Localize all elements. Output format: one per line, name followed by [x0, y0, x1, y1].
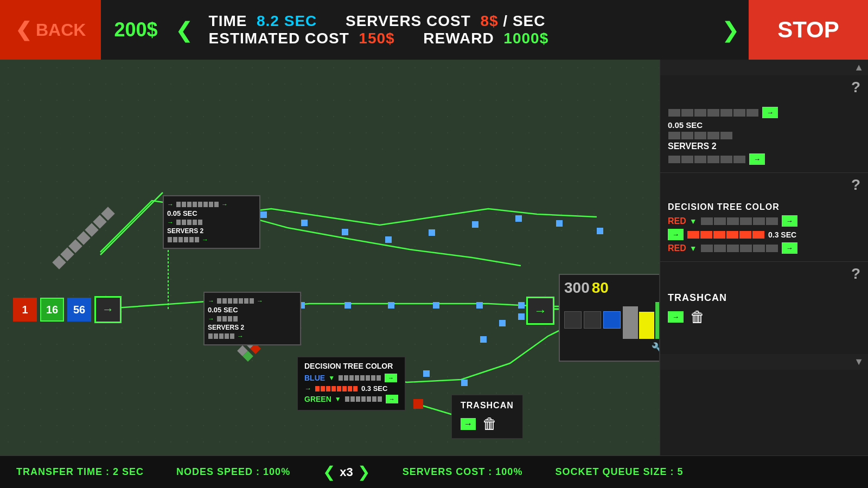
panel-servers-1: SERVERS 2: [668, 142, 717, 151]
time-label: TIME: [209, 12, 247, 29]
panel-decision-label: DECISION TREE COLOR: [668, 202, 860, 212]
blue-dot: [515, 215, 522, 222]
blue-dot: [472, 221, 478, 228]
nodes-speed-stat: NODES SPEED : 100%: [176, 466, 290, 478]
popup-color1: BLUE: [304, 374, 325, 382]
panel-sec-1: 0.05 SEC: [668, 120, 703, 130]
left-chevron-icon[interactable]: ❮: [171, 17, 198, 42]
nodes-speed-label: NODES SPEED :: [176, 466, 260, 477]
server-widget-1[interactable]: → → 0.05 SEC → SERVERS 2: [163, 195, 260, 249]
transfer-time-stat: TRANSFER TIME : 2 SEC: [16, 466, 144, 478]
panel-color-1: RED: [668, 216, 686, 226]
server-widget1-sec: 0.05 SEC: [167, 209, 197, 217]
panel-arrow-5[interactable]: →: [782, 242, 797, 254]
blue-dot: [260, 211, 267, 218]
mult-right-chevron[interactable]: ❯: [358, 463, 370, 481]
arrow5-icon: →: [208, 297, 214, 305]
scroll-down-btn[interactable]: ▼: [660, 354, 868, 370]
server-widget2-servers: SERVERS 2: [208, 324, 244, 331]
blue-dot: [423, 370, 430, 377]
transfer-time-value: 2 SEC: [113, 466, 144, 477]
wrench-icon[interactable]: 🔧: [651, 342, 659, 356]
queue-num-1: 300: [564, 279, 590, 297]
blue-dot: [518, 302, 525, 309]
blue-dot: [480, 336, 487, 343]
panel-decision-tree[interactable]: DECISION TREE COLOR RED ▼ → → 0.3 SEC RE…: [660, 197, 868, 262]
multiplier-control[interactable]: ❮ x3 ❯: [323, 463, 369, 481]
servers-cost-label: SERVERS COST: [346, 12, 471, 29]
stats-row2: ESTIMATED COST 150$ REWARD 1000$: [209, 30, 702, 47]
panel-dropdown-arrow-2[interactable]: ▼: [690, 244, 697, 253]
blue-dot: [429, 229, 435, 236]
estimated-cost-label: ESTIMATED COST: [209, 30, 349, 47]
arrow3-icon: →: [167, 219, 174, 226]
right-chevron-icon[interactable]: ❯: [713, 17, 749, 42]
right-panel: ▲ ? → 0.05 SEC SERVERS 2: [659, 60, 868, 455]
blue-dot: [499, 320, 506, 326]
arrow-node[interactable]: →: [94, 296, 122, 323]
balance-display: 200$: [101, 18, 170, 41]
server-widget2-sec: 0.05 SEC: [208, 306, 238, 314]
blue-dot: [461, 380, 468, 386]
svg-line-4: [420, 405, 453, 415]
decision-popup-label: DECISION TREE COLOR: [304, 362, 398, 370]
scroll-up-btn[interactable]: ▲: [660, 60, 868, 75]
socket-queue-value: 5: [677, 466, 683, 477]
reward-value: 1000$: [503, 30, 548, 47]
blue-dot: [388, 302, 394, 309]
header: ❮ BACK 200$ ❮ TIME 8.2 SEC SERVERS COST …: [0, 0, 868, 60]
popup-arrow-btn2[interactable]: →: [386, 395, 398, 403]
arrow7-icon: →: [208, 315, 214, 323]
panel-arrow-2[interactable]: →: [749, 153, 765, 165]
panel-color-2: RED: [668, 243, 686, 253]
blue-dot: [518, 313, 525, 320]
servers-cost-unit: / SEC: [503, 12, 545, 29]
trashcan-icon-canvas[interactable]: 🗑: [482, 415, 497, 433]
mult-left-chevron[interactable]: ❮: [323, 463, 335, 481]
panel-arrow-4[interactable]: →: [668, 229, 684, 240]
trashcan-arrow-btn[interactable]: →: [461, 418, 476, 430]
reward-label: REWARD: [423, 30, 494, 47]
transfer-time-label: TRANSFER TIME :: [16, 466, 110, 477]
panel-arrow-3[interactable]: →: [782, 215, 797, 227]
decision-tree-popup-canvas[interactable]: DECISION TREE COLOR BLUE ▼ → → 0.3 SEC G…: [297, 357, 405, 410]
node-badges: 1 16 56 →: [13, 296, 122, 323]
panel-arrow-1[interactable]: →: [762, 107, 778, 118]
server-widget-2[interactable]: → → 0.05 SEC → SERVERS 2: [203, 292, 301, 345]
question-mark-3: ?: [660, 262, 868, 286]
panel-dropdown-arrow-1[interactable]: ▼: [690, 217, 697, 226]
back-chevron-icon: ❮: [15, 18, 31, 41]
panel-trashcan[interactable]: TRASHCAN → 🗑: [660, 286, 868, 332]
blue-dot: [301, 220, 308, 226]
arrow4-icon: →: [202, 236, 208, 243]
badge-56: 56: [67, 298, 91, 322]
center-arrow-node[interactable]: →: [526, 297, 554, 325]
dropdown-arrow-icon[interactable]: ▼: [328, 374, 335, 382]
time-unit: SEC: [284, 12, 317, 29]
panel-trashcan-icon[interactable]: 🗑: [690, 308, 705, 326]
panel-trashcan-arrow[interactable]: →: [668, 311, 684, 323]
trashcan-popup-canvas[interactable]: TRASHCAN → 🗑: [451, 395, 523, 439]
queue-num-2: 80: [592, 279, 609, 297]
back-button[interactable]: ❮ BACK: [0, 0, 101, 60]
panel-server-widget[interactable]: → 0.05 SEC SERVERS 2 →: [660, 99, 868, 173]
dropdown-arrow2-icon[interactable]: ▼: [335, 395, 341, 403]
bottom-bar: TRANSFER TIME : 2 SEC NODES SPEED : 100%…: [0, 455, 868, 488]
stats-block: TIME 8.2 SEC SERVERS COST 8$ / SEC ESTIM…: [198, 7, 713, 53]
blue-dot: [342, 229, 348, 235]
popup-arrow-btn1[interactable]: →: [385, 374, 397, 382]
servers-cost-value: 8$: [480, 12, 498, 29]
arrow9-icon: →: [304, 384, 311, 393]
queue-area: 300 80 🔧 🎯: [559, 274, 659, 362]
arrow6-icon: →: [257, 297, 263, 305]
badge-1: 1: [13, 298, 37, 322]
server-widget1-servers: SERVERS 2: [167, 227, 203, 235]
servers-cost-label-bottom: SERVERS COST :: [403, 466, 493, 477]
stop-label: STOP: [777, 17, 839, 43]
panel-sec-2: 0.3 SEC: [768, 230, 796, 239]
stop-button[interactable]: STOP: [749, 0, 868, 60]
blue-dot: [433, 302, 439, 309]
main-canvas[interactable]: → → 0.05 SEC → SERVERS 2: [0, 60, 659, 455]
popup-color2: GREEN: [304, 395, 331, 403]
multiplier-value: x3: [340, 465, 353, 479]
